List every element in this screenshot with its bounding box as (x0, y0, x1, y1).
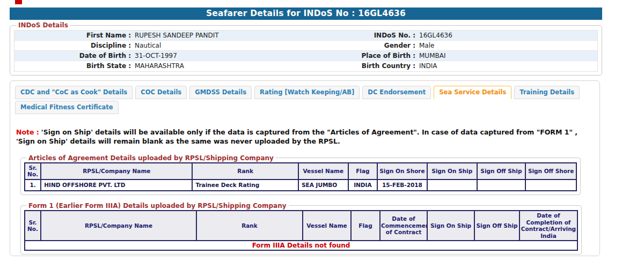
cell: 1. (25, 180, 41, 191)
indos-details-section: INDoS Details First Name :RUPESH SANDEEP… (10, 21, 602, 76)
note-text: Note :'Sign on Ship' details will be ava… (16, 128, 586, 146)
field-label: First Name : (14, 31, 131, 40)
field-label: Place of Birth : (300, 51, 415, 61)
tab-training-details[interactable]: Training Details (514, 86, 580, 99)
field-value: RUPESH SANDEEP PANDIT (131, 31, 300, 40)
column-header: Rank (192, 163, 298, 180)
column-header: Vessel Name (298, 163, 348, 180)
seafarer-details-page: Seafarer Details for INDoS No : 16GL4636… (0, 0, 644, 269)
column-header: Date of Commencement of Contract (380, 211, 427, 241)
form1-details-legend: Form 1 (Earlier Form IIIA) Details uploa… (26, 202, 289, 210)
column-header: Date of Completion of Contract/Arriving … (519, 211, 577, 241)
field-value: MUMBAI (415, 51, 597, 61)
note-label: Note : (16, 128, 39, 136)
column-header: Flag (351, 211, 380, 241)
cell: 15-FEB-2018 (377, 180, 427, 191)
cell: HIND OFFSHORE PVT. LTD (41, 180, 192, 191)
tab-rating-watch-keeping-ab[interactable]: Rating [Watch Keeping/AB] (254, 86, 360, 99)
page-title-bar: Seafarer Details for INDoS No : 16GL4636 (10, 8, 602, 20)
column-header: Sign Off Shore (525, 163, 576, 180)
form1-details-section: Form 1 (Earlier Form IIIA) Details uploa… (20, 202, 582, 255)
cell (477, 180, 526, 191)
tabs-content-panel: CDC and "CoC as Cook" DetailsCOC Details… (10, 80, 600, 256)
indos-details-rows: First Name :RUPESH SANDEEP PANDITINDoS N… (14, 30, 598, 72)
column-header: Sr. No. (25, 211, 41, 241)
tab-cdc-and-coc-as-cook-details[interactable]: CDC and "CoC as Cook" Details (15, 86, 133, 99)
tab-sea-service-details[interactable]: Sea Service Details (434, 86, 511, 99)
articles-of-agreement-table: Sr. No.RPSL/Company NameRankVessel NameF… (24, 162, 577, 191)
field-value: Nautical (131, 41, 300, 50)
field-value: MAHARASHTRA (131, 61, 300, 71)
indos-details-row: First Name :RUPESH SANDEEP PANDITINDoS N… (14, 31, 597, 41)
top-left-red-mark (15, 0, 22, 4)
empty-message: Form IIIA Details not found (25, 241, 577, 250)
field-label: Birth State : (14, 61, 131, 71)
tab-dc-endorsement[interactable]: DC Endorsement (362, 86, 431, 99)
table-empty-row: Form IIIA Details not found (25, 241, 577, 250)
field-label: Gender : (300, 41, 415, 50)
field-value: Male (415, 41, 597, 50)
field-label: Discipline : (14, 41, 131, 50)
field-value: 16GL4636 (415, 31, 597, 40)
field-value: INDIA (415, 61, 597, 71)
tab-gmdss-details[interactable]: GMDSS Details (189, 86, 252, 99)
note-body: 'Sign on Ship' details will be available… (16, 128, 577, 145)
articles-of-agreement-section: Articles of Agreement Details uploaded b… (20, 154, 581, 195)
articles-of-agreement-legend: Articles of Agreement Details uploaded b… (26, 154, 276, 162)
indos-details-row: Date of Birth :31-OCT-1997Place of Birth… (14, 51, 597, 61)
column-header: Sign On Shore (377, 163, 427, 180)
tab-medical-fitness-certificate[interactable]: Medical Fitness Certificate (15, 101, 119, 114)
field-label: Date of Birth : (14, 51, 131, 61)
page-title: Seafarer Details for INDoS No : 16GL4636 (206, 9, 406, 18)
tab-coc-details[interactable]: COC Details (135, 86, 187, 99)
form1-details-table: Sr. No.RPSL/Company NameRankVessel NameF… (24, 210, 578, 251)
indos-details-row: Discipline :NauticalGender :Male (14, 41, 597, 51)
cell: Trainee Deck Rating (192, 180, 298, 191)
cell (427, 180, 477, 191)
column-header: Flag (348, 163, 377, 180)
table-row: 1.HIND OFFSHORE PVT. LTDTrainee Deck Rat… (25, 180, 576, 191)
cell (525, 180, 576, 191)
column-header: Sr. No. (25, 163, 41, 180)
indos-details-legend: INDoS Details (16, 21, 70, 29)
field-value: 31-OCT-1997 (131, 51, 300, 61)
cell: INDIA (348, 180, 377, 191)
column-header: Rank (196, 211, 303, 241)
column-header: Sign On Ship (427, 211, 474, 241)
tab-bar: CDC and "CoC as Cook" DetailsCOC Details… (15, 86, 585, 114)
field-label: INDoS No. : (300, 31, 415, 40)
field-label: Birth Country : (300, 61, 415, 71)
column-header: Vessel Name (303, 211, 351, 241)
table-header-row: Sr. No.RPSL/Company NameRankVessel NameF… (25, 163, 576, 180)
cell: SEA JUMBO (298, 180, 348, 191)
table-header-row: Sr. No.RPSL/Company NameRankVessel NameF… (25, 211, 577, 241)
column-header: RPSL/Company Name (41, 211, 196, 241)
column-header: Sign Off Ship (474, 211, 519, 241)
column-header: Sign On Ship (427, 163, 477, 180)
indos-details-row: Birth State :MAHARASHTRABirth Country :I… (14, 61, 597, 71)
column-header: Sign Off Ship (477, 163, 526, 180)
column-header: RPSL/Company Name (41, 163, 192, 180)
